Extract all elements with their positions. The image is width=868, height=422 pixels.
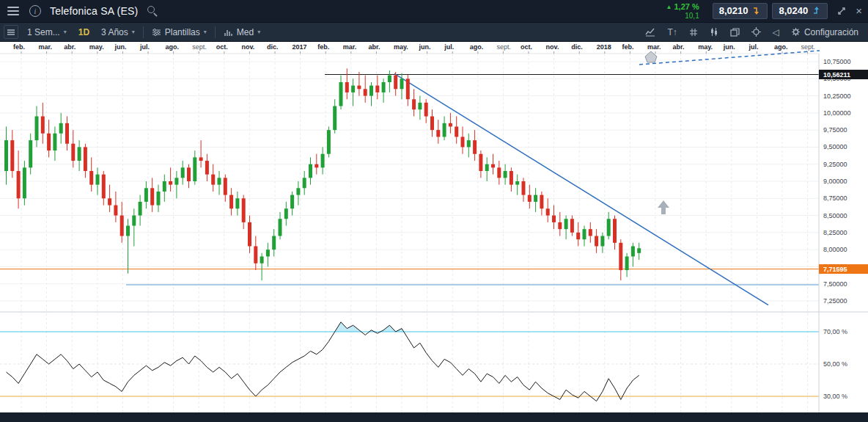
line-chart-icon	[645, 28, 655, 37]
menu-button[interactable]	[6, 3, 21, 19]
rsi-level-label: 50,00 %	[823, 360, 847, 368]
expand-button[interactable]	[836, 6, 847, 16]
x-axis-label: feb.	[317, 43, 329, 51]
x-axis-label: 2018	[597, 43, 611, 51]
text-tool-button[interactable]: T↑	[661, 22, 683, 42]
x-axis-label: oct.	[216, 43, 228, 51]
y-axis-label: 8,25000	[823, 229, 847, 236]
range-label: 3 Años	[101, 27, 128, 37]
chevron-down-icon: ▾	[257, 29, 260, 35]
text-tool-icon: T↑	[667, 27, 677, 37]
x-axis-label: abr.	[64, 43, 76, 51]
chevron-down-icon: ▾	[204, 29, 207, 35]
timeframe-dropdown[interactable]: 1 Sem... ▾	[21, 22, 73, 42]
price-change: ▲ 1,27 % 10,1	[666, 2, 699, 20]
x-axis-label: may.	[89, 43, 104, 51]
x-axis-label: jul.	[139, 43, 150, 51]
titlebar-right: ▲ 1,27 % 10,1 8,0210 8,0240	[666, 2, 862, 20]
y-axis-label: 7,25000	[823, 297, 847, 305]
timeframe-label: 1 Sem...	[27, 27, 60, 37]
hamburger-icon	[7, 4, 19, 18]
quick-interval-button[interactable]: 1D	[73, 22, 95, 42]
expand-icon	[836, 6, 847, 16]
x-axis-label: jun.	[114, 43, 126, 51]
x-axis-label: feb.	[13, 43, 25, 51]
y-axis-label: 7,50000	[823, 280, 847, 288]
list-icon	[7, 28, 15, 37]
y-axis-label: 10,00000	[823, 109, 851, 117]
y-axis-label: 10,25000	[823, 92, 851, 100]
x-axis-label: jul.	[444, 43, 454, 51]
x-axis-label: sept.	[192, 43, 207, 51]
chart-toolbar: 1 Sem... ▾ 1D 3 Años ▾ Plantillas ▾	[0, 22, 868, 42]
candle	[327, 126, 331, 157]
y-axis-label: 9,75000	[823, 126, 847, 134]
search-icon	[147, 5, 159, 18]
candle-type-button[interactable]	[704, 22, 724, 42]
buy-price-button[interactable]: 8,0240	[772, 3, 828, 19]
templates-dropdown[interactable]: Plantillas ▾	[146, 22, 213, 42]
y-axis-label: 10,75000	[823, 58, 851, 65]
indicators-label: Med	[237, 27, 254, 37]
x-axis-label: jun.	[723, 43, 735, 51]
search-button[interactable]	[145, 4, 161, 19]
sell-arrow-icon	[752, 6, 761, 15]
crosshair-icon	[751, 27, 761, 37]
x-axis-label: dic.	[571, 43, 583, 51]
x-axis-label: abr.	[368, 43, 380, 51]
compare-windows-button[interactable]	[724, 22, 746, 42]
sliders-icon	[152, 28, 161, 37]
rsi-level-label: 70,00 %	[823, 328, 847, 335]
gear-icon	[791, 27, 801, 37]
grid-button[interactable]	[683, 22, 704, 42]
x-axis-label: mar.	[39, 43, 53, 51]
x-axis-label: dic.	[267, 43, 279, 51]
x-axis-label: jul.	[748, 43, 758, 51]
collapse-panel-button[interactable]: ◁	[767, 22, 785, 42]
chevron-down-icon: ▾	[64, 29, 67, 35]
x-axis-label: sept.	[801, 43, 816, 51]
x-axis-label: ago.	[774, 43, 788, 51]
buy-price: 8,0240	[779, 5, 808, 16]
toolbar-separator	[143, 26, 144, 38]
info-button[interactable]: i	[28, 4, 43, 18]
close-icon: ×	[856, 5, 862, 16]
y-axis-label: 9,50000	[823, 143, 847, 150]
x-axis-label: mar.	[343, 43, 357, 51]
chart-style-button[interactable]	[639, 22, 661, 42]
instrument-title: Telefonica SA (ES)	[50, 5, 138, 17]
close-button[interactable]: ×	[856, 5, 862, 16]
info-icon: i	[29, 5, 41, 17]
bar-chart-icon	[224, 28, 233, 37]
indicators-dropdown[interactable]: Med ▾	[218, 22, 266, 42]
chevron-left-icon: ◁	[773, 27, 779, 37]
x-axis-label: may.	[394, 43, 408, 51]
rsi-level-label: 30,00 %	[823, 393, 847, 400]
crosshair-button[interactable]	[746, 22, 767, 42]
x-axis-label: mar.	[647, 43, 661, 51]
sell-price-button[interactable]: 8,0210	[713, 3, 768, 19]
up-triangle-icon: ▲	[666, 4, 672, 10]
trading-window: i Telefonica SA (ES) ▲ 1,27 % 10,1 8,021…	[0, 0, 868, 422]
x-axis-label: nov.	[241, 43, 254, 51]
axis-price-marker-label: 7,71595	[823, 266, 847, 273]
x-axis-label: 2017	[293, 43, 307, 51]
x-axis-label: abr.	[673, 43, 685, 51]
chart-background	[0, 42, 868, 422]
sell-price: 8,0210	[719, 5, 749, 16]
instrument-list-button[interactable]	[4, 25, 18, 39]
x-axis-label: sept.	[496, 43, 511, 51]
window-titlebar: i Telefonica SA (ES) ▲ 1,27 % 10,1 8,021…	[0, 0, 868, 22]
x-axis-label: may.	[698, 43, 713, 51]
y-axis-label: 9,25000	[823, 161, 847, 168]
x-axis-label: ago.	[166, 43, 180, 51]
settings-button[interactable]: Configuración	[785, 22, 864, 42]
price-chart-canvas[interactable]: 70,00 %50,00 %30,00 %10,7500010,5000010,…	[0, 42, 868, 422]
axis-price-marker-label: 10,56211	[823, 71, 850, 79]
range-dropdown[interactable]: 3 Años ▾	[95, 22, 141, 42]
bottom-scrollbar[interactable]	[0, 412, 868, 422]
x-axis-label: jun.	[419, 43, 431, 51]
x-axis-label: oct.	[521, 43, 532, 51]
settings-label: Configuración	[804, 27, 858, 37]
y-axis-label: 8,50000	[823, 212, 847, 219]
